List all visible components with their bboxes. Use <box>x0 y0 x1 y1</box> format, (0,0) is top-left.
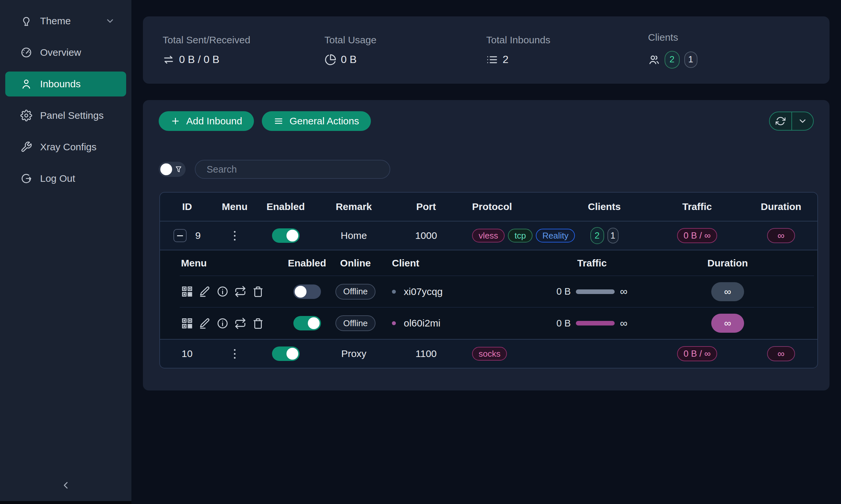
theme-selector[interactable]: Theme <box>0 8 132 34</box>
sidebar-item-label: Xray Configs <box>40 141 97 152</box>
stat-clients: Clients 2 1 <box>648 32 810 69</box>
inbounds-table: ID Menu Enabled Remark Port Protocol Cli… <box>159 192 818 368</box>
header-menu: Menu <box>214 201 255 212</box>
gauge-icon <box>20 47 32 58</box>
client-enabled-toggle[interactable] <box>293 316 321 330</box>
qr-code-icon[interactable] <box>181 317 193 329</box>
client-color-dot <box>392 290 396 294</box>
protocol-badge-tcp: tcp <box>508 229 533 242</box>
clients-online-badge: 2 <box>665 51 680 69</box>
stat-value: 0 B <box>341 53 357 66</box>
user-icon <box>20 78 32 90</box>
clients-subtable: Menu Enabled Online Client Traffic Durat… <box>160 250 817 340</box>
clients-online-badge: 2 <box>590 227 604 244</box>
sidebar-item-xray-configs[interactable]: Xray Configs <box>0 134 132 160</box>
remark-cell: Home <box>316 230 392 241</box>
enabled-toggle[interactable] <box>272 346 299 361</box>
refresh-split-button <box>769 111 814 131</box>
stat-value: 0 B / 0 B <box>179 53 220 66</box>
sidebar-item-label: Panel Settings <box>40 110 103 121</box>
protocol-badge-vless: vless <box>472 229 504 242</box>
general-actions-button[interactable]: General Actions <box>262 111 371 131</box>
trash-icon[interactable] <box>252 317 264 329</box>
stat-label: Clients <box>648 32 810 43</box>
client-duration-badge: ∞ <box>711 282 744 301</box>
actions-bar: Add Inbound General Actions <box>143 100 829 131</box>
info-icon[interactable] <box>217 317 229 329</box>
stat-label: Total Usage <box>325 34 486 46</box>
edit-icon[interactable] <box>199 317 211 329</box>
stat-total-sent-received: Total Sent/Received 0 B / 0 B <box>162 34 325 66</box>
row-menu-button[interactable] <box>231 228 238 243</box>
sidebar: Theme Overview Inbounds <box>0 0 132 504</box>
port-cell: 1000 <box>392 230 461 241</box>
sidebar-item-label: Overview <box>40 47 81 58</box>
trash-icon[interactable] <box>252 286 264 298</box>
reset-icon[interactable] <box>234 286 246 298</box>
wrench-icon <box>20 141 32 153</box>
inbounds-card: Add Inbound General Actions <box>143 100 829 391</box>
sub-header-online: Online <box>331 257 380 269</box>
traffic-badge: 0 B / ∞ <box>677 346 717 361</box>
scrollbar-track[interactable] <box>0 501 132 504</box>
stat-total-usage: Total Usage 0 B <box>325 34 486 66</box>
stats-card: Total Sent/Received 0 B / 0 B Total Usag… <box>143 16 829 84</box>
header-clients: Clients <box>559 201 650 212</box>
add-inbound-label: Add Inbound <box>186 115 242 127</box>
sidebar-item-label: Inbounds <box>40 78 81 90</box>
clients-total-badge: 1 <box>684 52 698 68</box>
header-remark: Remark <box>316 201 392 212</box>
enabled-toggle[interactable] <box>272 228 299 243</box>
gear-icon <box>20 110 32 121</box>
sidebar-item-label: Log Out <box>40 173 75 184</box>
client-enabled-toggle[interactable] <box>293 285 321 299</box>
header-duration: Duration <box>745 201 817 212</box>
sidebar-collapse-button[interactable] <box>0 474 132 497</box>
info-icon[interactable] <box>217 286 229 298</box>
online-status-badge: Offline <box>336 284 376 300</box>
traffic-limit: ∞ <box>620 317 628 329</box>
filter-toggle[interactable] <box>159 162 186 177</box>
refresh-button[interactable] <box>770 112 791 130</box>
inbound-id: 10 <box>182 348 192 359</box>
refresh-dropdown-button[interactable] <box>791 112 813 130</box>
sidebar-item-panel-settings[interactable]: Panel Settings <box>0 103 132 128</box>
chevron-down-icon <box>797 116 807 126</box>
qr-code-icon[interactable] <box>181 286 193 298</box>
collapse-row-button[interactable] <box>173 229 187 242</box>
menu-icon <box>274 116 284 126</box>
sidebar-nav: Overview Inbounds Panel Settings <box>0 40 132 191</box>
sidebar-item-inbounds[interactable]: Inbounds <box>5 72 126 96</box>
search-input[interactable] <box>195 160 390 179</box>
online-status-badge: Offline <box>336 315 376 331</box>
filter-row <box>159 160 829 179</box>
remark-cell: Proxy <box>316 348 392 359</box>
chevron-down-icon <box>105 16 115 26</box>
subtable-header-row: Menu Enabled Online Client Traffic Durat… <box>180 250 814 276</box>
reset-icon[interactable] <box>234 317 246 329</box>
header-id: ID <box>160 201 214 212</box>
traffic-limit: ∞ <box>620 286 628 298</box>
stat-label: Total Inbounds <box>486 34 648 46</box>
table-row: 10 Proxy 1100 socks 0 B / ∞ ∞ <box>160 340 817 368</box>
bulb-icon <box>20 15 32 27</box>
protocol-cell: socks <box>461 347 559 361</box>
theme-label: Theme <box>40 15 71 26</box>
add-inbound-button[interactable]: Add Inbound <box>159 111 254 131</box>
table-header-row: ID Menu Enabled Remark Port Protocol Cli… <box>160 193 817 221</box>
sidebar-item-log-out[interactable]: Log Out <box>0 166 132 191</box>
users-icon <box>648 54 660 66</box>
stat-value: 2 <box>503 53 509 66</box>
row-menu-button[interactable] <box>231 346 238 361</box>
traffic-progress-bar <box>576 321 615 325</box>
sub-header-menu: Menu <box>180 257 283 269</box>
sidebar-item-overview[interactable]: Overview <box>0 40 132 65</box>
clients-total-badge: 1 <box>607 228 619 244</box>
traffic-used: 0 B <box>556 286 571 297</box>
duration-badge: ∞ <box>767 228 795 243</box>
header-port: Port <box>392 201 461 212</box>
edit-icon[interactable] <box>199 286 211 298</box>
sub-header-duration: Duration <box>641 257 814 269</box>
sub-header-traffic: Traffic <box>543 257 641 269</box>
clients-cell: 2 1 <box>559 227 650 244</box>
